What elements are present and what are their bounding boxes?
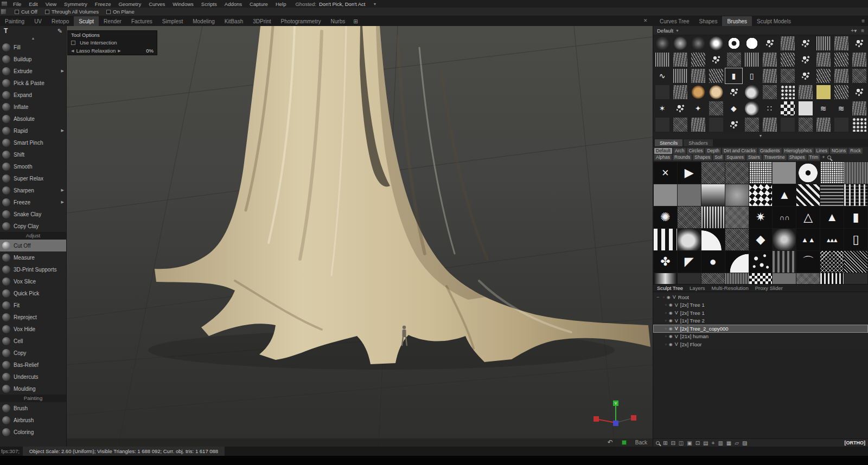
stencil-thumb[interactable]: ▲ [773, 184, 796, 206]
stencil-tab-stencils[interactable]: Stencils [655, 139, 682, 146]
brush-thumb[interactable] [743, 51, 761, 68]
eye-icon[interactable]: ◉ [669, 311, 673, 315]
brush-thumb[interactable] [850, 35, 868, 51]
stencil-pattern-noisefine[interactable] [725, 206, 749, 228]
tool-cut-off[interactable]: Cut Off [0, 240, 66, 251]
tab-painting[interactable]: Painting [0, 16, 29, 26]
stencil-thumb[interactable]: ∩∩ [773, 206, 796, 228]
brush-thumb[interactable] [796, 35, 814, 51]
tool-fill[interactable]: Fill [0, 41, 66, 53]
tree-item-21x-human[interactable]: ▫◉V[21x] human [653, 333, 868, 341]
chevron-down-icon[interactable]: ▼ [373, 2, 376, 6]
menu-item-freeze[interactable]: Freeze [91, 1, 115, 7]
brush-thumb[interactable] [671, 100, 689, 117]
stencil-pattern-noise[interactable] [678, 206, 701, 228]
brush-thumb[interactable] [653, 84, 671, 100]
rows-icon[interactable]: ▤ [703, 439, 708, 447]
preset-menu-icon[interactable]: ≡ [861, 28, 864, 34]
stencil-pattern-vpat[interactable] [773, 251, 796, 273]
brush-thumb[interactable] [671, 35, 689, 51]
eye-icon[interactable]: ◉ [667, 295, 671, 300]
brush-thumb[interactable]: ≋ [814, 100, 832, 117]
stencil-thumb[interactable]: × [654, 162, 677, 184]
stencil-pattern-vstripe[interactable] [725, 273, 749, 284]
sculpt-tree-tab-multi-resolution[interactable]: Multi-Resolution [712, 285, 749, 291]
eye-icon[interactable]: ◉ [669, 342, 673, 347]
stencil-thumb[interactable]: ▲▲ [796, 229, 820, 250]
eye-icon[interactable]: ◉ [669, 302, 673, 307]
brush-thumb[interactable] [707, 117, 725, 133]
menu-item-capture[interactable]: Capture [246, 1, 272, 7]
ghost-icon[interactable]: ▫ [665, 311, 667, 315]
stencil-pattern-diamonds[interactable] [749, 184, 773, 206]
tool-extrude[interactable]: Extrude▶ [0, 65, 66, 77]
toolbar-check-on-plane[interactable]: On Plane [106, 9, 135, 15]
brush-thumb[interactable] [653, 117, 671, 133]
panel-menu-icon[interactable]: ≡ [861, 18, 865, 24]
brush-thumb[interactable] [725, 51, 743, 68]
stencil-category-travertine[interactable]: Travertine [763, 154, 787, 160]
stencil-pattern-gray[interactable] [773, 162, 796, 184]
search-icon[interactable] [827, 156, 831, 159]
dot-box-icon[interactable]: ⊡ [695, 439, 700, 447]
brush-thumb[interactable] [832, 68, 850, 84]
brush-thumb[interactable] [850, 68, 868, 84]
tool-vox-hide[interactable]: Vox Hide [0, 323, 66, 335]
stencil-pattern-blur[interactable] [773, 229, 796, 250]
brush-thumb[interactable] [725, 117, 743, 133]
tool-shift[interactable]: Shift [0, 148, 66, 160]
menu-item-edit[interactable]: Edit [25, 1, 41, 7]
tool-copy[interactable]: Copy [0, 347, 66, 359]
brush-thumb[interactable] [689, 117, 707, 133]
scroll-down-icon[interactable]: ▼ [653, 133, 868, 139]
brush-thumb[interactable] [761, 117, 778, 133]
stencil-pattern-noise[interactable] [701, 162, 725, 184]
stencil-thumb[interactable]: ◆ [749, 229, 773, 250]
increment-icon[interactable]: ▶ [118, 49, 120, 53]
stencil-thumb[interactable]: ✤ [654, 251, 677, 273]
checkbox-icon[interactable] [45, 10, 49, 14]
tab-sculpt[interactable]: Sculpt [74, 16, 99, 26]
menu-item-file[interactable]: File [9, 1, 25, 7]
brush-thumb[interactable] [707, 51, 725, 68]
stencil-pattern-hatch[interactable] [844, 251, 867, 273]
panel-tab-brushes[interactable]: Brushes [722, 16, 752, 26]
stencil-pattern-noisefine[interactable] [796, 273, 820, 284]
sculpt-tree-tab-proxy-slider[interactable]: Proxy Slider [755, 285, 783, 291]
stencil-pattern-curtain[interactable] [701, 206, 725, 228]
stencil-category-alphas[interactable]: Alphas [654, 154, 672, 160]
stencil-thumb[interactable]: ▶ [678, 162, 701, 184]
brush-thumb[interactable] [796, 68, 814, 84]
brush-thumb[interactable] [761, 51, 778, 68]
brush-thumb[interactable] [796, 100, 814, 117]
tool-coloring[interactable]: Coloring [0, 426, 66, 438]
sculpt-tree-tab-layers[interactable]: Layers [690, 285, 705, 291]
brush-thumb[interactable] [725, 35, 743, 51]
brush-thumb[interactable] [796, 51, 814, 68]
brush-thumb[interactable] [725, 84, 743, 100]
brush-thumb[interactable] [814, 84, 832, 100]
stencil-category-rounds[interactable]: Rounds [673, 154, 692, 160]
tree-item-1x-tree-2[interactable]: ▫◉V[1x] Tree 2 [653, 317, 868, 325]
tab-nurbs[interactable]: Nurbs [326, 16, 350, 26]
menu-item-addons[interactable]: Addons [221, 1, 246, 7]
menu-item-symmetry[interactable]: Symmetry [60, 1, 91, 7]
brush-thumb[interactable] [832, 84, 850, 100]
checkbox-icon[interactable] [15, 10, 19, 14]
stencil-pattern-weave[interactable] [820, 184, 844, 206]
brush-thumb[interactable] [778, 35, 796, 51]
stencil-pattern-barsgrid[interactable] [844, 184, 867, 206]
brush-thumb[interactable]: ✶ [653, 100, 671, 117]
brush-thumb[interactable] [796, 84, 814, 100]
stencil-pattern-noise[interactable] [725, 229, 749, 250]
menu-item-geometry[interactable]: Geometry [114, 1, 145, 7]
tool-pick-paste[interactable]: Pick & Paste [0, 77, 66, 89]
stencil-pattern-vstripe[interactable] [844, 162, 867, 184]
stencil-category-gradients[interactable]: Gradients [758, 148, 782, 154]
tool-vox-slice[interactable]: Vox Slice [0, 275, 66, 287]
stencil-pattern-gray2[interactable] [678, 184, 701, 206]
ortho-mode-label[interactable]: [ORTHO] [845, 440, 866, 445]
ghost-icon[interactable]: ▫ [665, 334, 667, 339]
ghost-icon[interactable]: ▫ [665, 342, 667, 347]
brush-thumb[interactable]: ∿ [653, 68, 671, 84]
